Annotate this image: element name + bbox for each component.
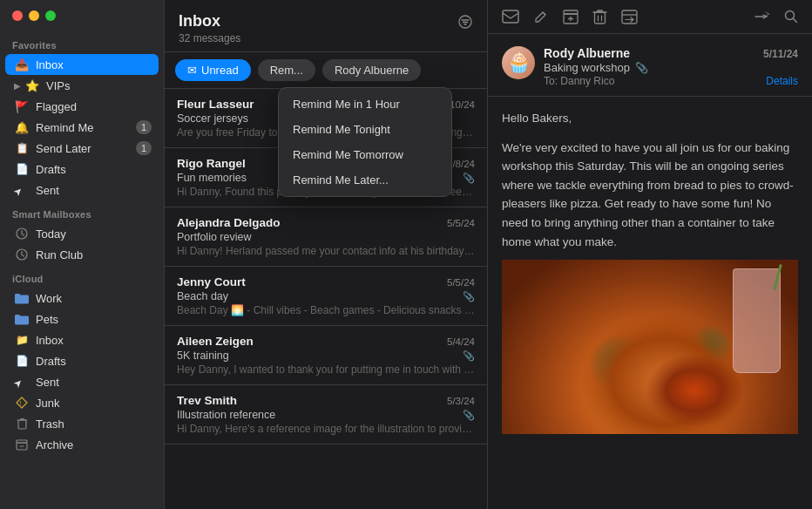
fullscreen-button[interactable] [45, 10, 56, 21]
rody-filter-button[interactable]: Rody Albuerne [322, 59, 421, 81]
rody-filter-label: Rody Albuerne [335, 64, 409, 77]
sidebar-item-label: Trash [36, 417, 152, 431]
email-subject-line: Baking workshop 📎 [544, 61, 798, 74]
sent-icon: ➤ [10, 179, 32, 200]
sidebar-item-label: Drafts [36, 163, 152, 176]
message-sender: Fleur Lasseur [177, 98, 254, 111]
folder-icon [14, 290, 30, 306]
sidebar-item-inbox[interactable]: 📥 Inbox [5, 54, 159, 75]
detail-panel: 🧁 Rody Albuerne 5/11/24 Baking workshop … [488, 0, 812, 509]
sidebar-item-archive[interactable]: Archive [5, 434, 159, 455]
sidebar-item-label: Work [36, 292, 152, 305]
svg-rect-11 [622, 10, 637, 24]
sidebar-item-junk[interactable]: ! Junk [5, 392, 159, 413]
attachment-indicator: 📎 [635, 62, 648, 74]
unread-filter-icon: ✉ [187, 64, 197, 77]
sender-name: Rody Albuerne [544, 46, 630, 60]
sidebar-item-icloud-sent[interactable]: ➤ Sent [5, 371, 159, 392]
search-toolbar-icon[interactable] [784, 10, 798, 24]
message-preview: Hey Danny, I wanted to thank you for put… [177, 363, 475, 376]
message-preview: Hi Danny! Herland passed me your contact… [177, 245, 475, 257]
message-date: 5/5/24 [447, 277, 475, 288]
message-subject: 5K training 📎 [177, 350, 475, 362]
trash-toolbar-icon[interactable] [592, 9, 607, 24]
sidebar-item-label: Sent [36, 184, 152, 197]
svg-rect-3 [18, 420, 26, 429]
sidebar-item-label: Sent [36, 376, 152, 389]
message-header: Aileen Zeigen 5/4/24 [177, 335, 475, 348]
sidebar-item-pets[interactable]: Pets [5, 309, 159, 329]
traffic-lights [0, 10, 164, 31]
message-sender: Aileen Zeigen [177, 335, 254, 348]
run-club-icon [14, 247, 30, 262]
compose-toolbar-icon[interactable] [533, 9, 549, 24]
sidebar-item-today[interactable]: Today [5, 223, 159, 244]
table-row[interactable]: Aileen Zeigen 5/4/24 5K training 📎 Hey D… [165, 326, 487, 385]
sidebar-item-label: Inbox [36, 58, 152, 71]
sidebar-item-send-later[interactable]: 📋 Send Later 1 [5, 138, 159, 159]
message-subject: Illustration reference 📎 [177, 409, 475, 421]
filter-icon[interactable] [457, 14, 473, 33]
more-toolbar-icon[interactable] [754, 10, 770, 23]
table-row[interactable]: Alejandra Delgado 5/5/24 Portfolio revie… [165, 207, 487, 267]
sidebar-item-label: Drafts [36, 355, 152, 368]
favorites-section-label: Favorites [0, 31, 164, 54]
minimize-button[interactable] [29, 10, 39, 21]
reminders-filter-button[interactable]: Rem... [258, 59, 315, 81]
close-button[interactable] [12, 10, 23, 21]
message-sender: Jenny Court [177, 275, 246, 288]
sidebar-item-label: VIPs [46, 79, 152, 92]
svg-rect-5 [17, 440, 27, 443]
icloud-sent-icon: ➤ [10, 370, 32, 392]
message-sender: Rigo Rangel [177, 157, 246, 170]
attachment-icon: 📎 [463, 350, 475, 362]
sidebar-item-icloud-inbox[interactable]: 📁 Inbox [5, 329, 159, 350]
details-link[interactable]: Details [766, 75, 798, 87]
message-preview: Hi Danny, Here's a reference image for t… [177, 423, 475, 435]
smart-mailboxes-label: Smart Mailboxes [0, 200, 164, 223]
archive-toolbar-icon[interactable] [563, 10, 579, 24]
remind-1hour[interactable]: Remind Me in 1 Hour [279, 92, 451, 117]
remind-tomorrow[interactable]: Remind Me Tomorrow [279, 142, 451, 167]
sidebar-item-work[interactable]: Work [5, 288, 159, 309]
remind-me-dropdown: Remind Me in 1 Hour Remind Me Tonight Re… [278, 87, 452, 197]
email-date: 5/11/24 [763, 48, 798, 60]
inbox-icon: 📥 [14, 57, 30, 72]
sidebar: Favorites 📥 Inbox ▶ ⭐ VIPs 🚩 Flagged 🔔 R… [0, 0, 164, 509]
remind-later[interactable]: Remind Me Later... [279, 167, 451, 193]
sidebar-item-run-club[interactable]: Run Club [5, 244, 159, 265]
sidebar-item-drafts[interactable]: 📄 Drafts [5, 159, 159, 180]
sidebar-item-label: Flagged [36, 100, 152, 113]
sidebar-item-flagged[interactable]: 🚩 Flagged [5, 96, 159, 117]
sidebar-item-sent[interactable]: ➤ Sent [5, 180, 159, 200]
svg-rect-7 [503, 10, 518, 23]
email-header: 🧁 Rody Albuerne 5/11/24 Baking workshop … [488, 34, 812, 97]
move-toolbar-icon[interactable] [621, 10, 638, 24]
mail-toolbar-icon[interactable] [502, 10, 519, 24]
unread-filter-button[interactable]: ✉ Unread [175, 59, 251, 81]
message-header: Trev Smith 5/3/24 [177, 394, 475, 407]
header-text: Inbox 32 messages [179, 12, 240, 44]
remind-tonight[interactable]: Remind Me Tonight [279, 117, 451, 142]
message-header: Alejandra Delgado 5/5/24 [177, 216, 475, 229]
message-list: Inbox 32 messages ✉ Unread Rem... Rody A… [164, 0, 488, 509]
sidebar-item-remind-me[interactable]: 🔔 Remind Me 1 [5, 117, 159, 138]
svg-point-12 [786, 11, 795, 20]
junk-icon: ! [14, 395, 30, 411]
folder-pets-icon [14, 311, 30, 327]
icloud-section-label: iCloud [0, 265, 164, 288]
sidebar-item-vips[interactable]: ▶ ⭐ VIPs [5, 75, 159, 96]
message-list-header: Inbox 32 messages [165, 0, 487, 52]
sidebar-item-trash[interactable]: Trash [5, 413, 159, 434]
body-greeting: Hello Bakers, [502, 109, 798, 128]
message-preview: Beach Day 🌅 - Chill vibes - Beach games … [177, 304, 475, 316]
avatar: 🧁 [502, 46, 535, 79]
message-sender: Trev Smith [177, 394, 237, 407]
table-row[interactable]: Trev Smith 5/3/24 Illustration reference… [165, 385, 487, 445]
table-row[interactable]: Jenny Court 5/5/24 Beach day 📎 Beach Day… [165, 267, 487, 326]
today-icon [14, 226, 30, 241]
icloud-drafts-icon: 📄 [14, 353, 30, 369]
to-label: To: Danny Rico [544, 75, 614, 87]
sidebar-item-icloud-drafts[interactable]: 📄 Drafts [5, 350, 159, 371]
drafts-icon: 📄 [14, 161, 30, 177]
